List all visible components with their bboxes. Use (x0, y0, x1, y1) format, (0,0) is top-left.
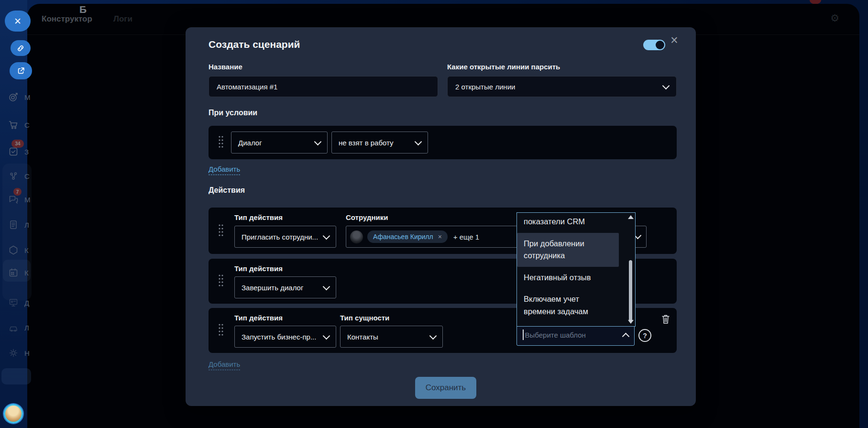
entity-type-label: Тип сущности (340, 314, 389, 322)
condition-type-value: Диалог (238, 139, 262, 147)
condition-heading: При условии (209, 109, 257, 117)
employee-chip: Афанасьев Кирилл × (367, 230, 448, 243)
scroll-up-arrow[interactable] (628, 215, 634, 219)
drag-handle-icon[interactable] (218, 274, 224, 289)
modal-close-button[interactable]: × (670, 34, 678, 47)
modal-title: Создать сценарий (209, 39, 300, 50)
chevron-down-icon (415, 138, 422, 145)
help-button[interactable]: ? (638, 329, 651, 342)
trash-icon (661, 314, 670, 325)
open-lines-value: 2 открытые линии (455, 83, 515, 91)
action1-type-label: Тип действия (234, 213, 283, 221)
dropdown-option[interactable]: показатели CRM (517, 213, 618, 233)
dropdown-option[interactable]: Включаем учет времени задачам (517, 288, 618, 322)
question-icon: ? (643, 332, 647, 340)
delete-action-button[interactable] (661, 314, 670, 327)
chevron-down-icon (323, 283, 330, 290)
text-cursor (523, 329, 524, 340)
chevron-down-icon (323, 332, 330, 340)
name-input-wrap (209, 76, 438, 97)
condition-type-select[interactable]: Диалог (231, 132, 328, 154)
toggle-knob (656, 41, 664, 49)
action2-type-select[interactable]: Завершить диалог (234, 276, 336, 298)
employees-more-count: + еще 1 (453, 233, 479, 241)
dropdown-option-selected[interactable]: При добавлении сотрудника (517, 233, 619, 267)
chevron-down-icon (662, 82, 670, 89)
entity-type-value: Контакты (347, 333, 378, 341)
employees-label: Сотрудники (346, 213, 388, 221)
quickmenu-link-button[interactable] (11, 40, 31, 56)
action2-type-label: Тип действия (234, 264, 283, 273)
drag-handle-icon[interactable] (218, 135, 224, 150)
add-action-link[interactable]: Добавить (209, 360, 240, 370)
drag-handle-icon[interactable] (218, 223, 224, 239)
chevron-down-icon (429, 332, 437, 340)
chevron-up-icon (622, 332, 630, 340)
quickmenu-open-external-button[interactable] (10, 62, 32, 79)
add-condition-link[interactable]: Добавить (209, 165, 240, 175)
template-placeholder: Выберите шаблон (525, 331, 624, 339)
open-lines-select[interactable]: 2 открытые линии (447, 76, 677, 97)
action2-type-value: Завершить диалог (242, 284, 303, 292)
chip-remove-icon[interactable]: × (438, 233, 442, 241)
chevron-down-icon (314, 138, 322, 145)
dropdown-option[interactable]: Негативный отзыв (517, 267, 618, 289)
lines-field-label: Какие открытые линии парсить (447, 63, 560, 71)
action3-type-label: Тип действия (234, 314, 283, 322)
chevron-down-icon (323, 232, 330, 240)
save-button[interactable]: Сохранить (415, 377, 476, 399)
action1-type-select[interactable]: Пригласить сотрудни... (234, 226, 336, 248)
action3-type-select[interactable]: Запустить бизнес-пр... (234, 326, 336, 348)
user-avatar[interactable] (4, 404, 23, 423)
dropdown-scrollbar[interactable] (627, 214, 634, 325)
template-dropdown-list: показатели CRM При добавлении сотрудника… (516, 212, 636, 327)
scroll-down-arrow[interactable] (628, 320, 634, 324)
action3-type-value: Запустить бизнес-пр... (242, 333, 316, 341)
scenario-enabled-toggle[interactable] (643, 40, 665, 50)
drag-handle-icon[interactable] (218, 323, 224, 338)
close-icon: ✕ (14, 16, 22, 27)
link-icon (16, 44, 25, 53)
template-combobox[interactable]: Выберите шаблон (516, 324, 635, 346)
scenario-name-input[interactable] (217, 83, 430, 91)
name-field-label: Название (209, 63, 242, 71)
entity-type-select[interactable]: Контакты (340, 326, 443, 348)
condition-value-select[interactable]: не взят в работу (331, 132, 428, 154)
employee-chip-name: Афанасьев Кирилл (373, 233, 433, 241)
condition-value-text: не взят в работу (339, 139, 394, 147)
action1-type-value: Пригласить сотрудни... (242, 233, 318, 241)
app-root: ≡ Б Конструктор Логи ⚙ М С 34 З С (0, 0, 868, 428)
actions-heading: Действия (209, 186, 245, 195)
scrollbar-thumb[interactable] (629, 260, 632, 322)
condition-row: Диалог не взят в работу (209, 126, 677, 159)
quickmenu-close-button[interactable]: ✕ (5, 11, 31, 32)
employee-avatar (350, 230, 363, 243)
external-link-icon (17, 66, 25, 75)
